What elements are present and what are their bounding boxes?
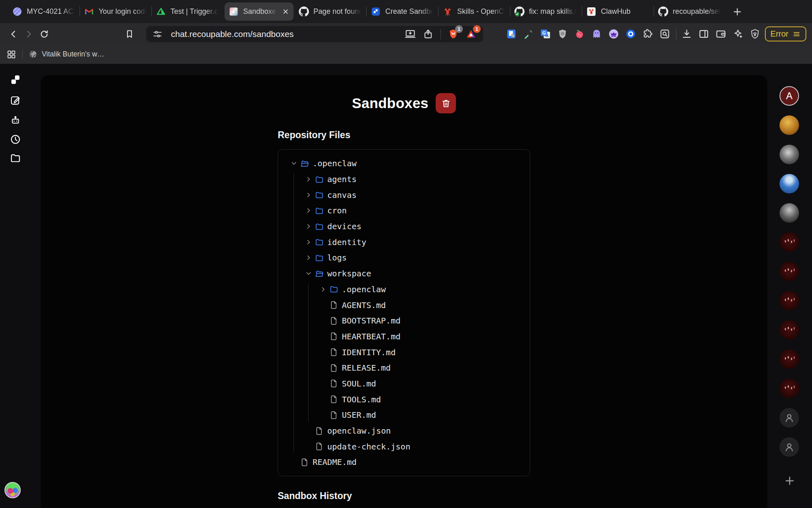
avatar-band-red[interactable] (780, 320, 799, 340)
sidebar-item-agents[interactable] (10, 115, 21, 126)
avatar-letter[interactable]: A (780, 86, 799, 106)
apps-grid-icon[interactable] (6, 50, 16, 59)
sidebar-item-files[interactable] (10, 152, 21, 164)
sidebar-panel-icon[interactable] (698, 28, 709, 39)
browser-tab-test-trigger-d[interactable]: Test | Trigger.d (152, 0, 223, 23)
tree-folder-identity[interactable]: identity (278, 234, 530, 250)
folder-icon (330, 285, 338, 293)
menu-error-button[interactable]: Error (765, 26, 806, 41)
avatar-band-red[interactable] (780, 379, 799, 398)
chevron-down-icon[interactable] (305, 270, 312, 277)
chevron-right-icon[interactable] (305, 176, 312, 183)
add-avatar-button[interactable] (784, 475, 796, 487)
file-icon (330, 301, 338, 309)
tree-file-RELEASE-md[interactable]: RELEASE.md (278, 360, 530, 376)
browser-tab-skills-opencl[interactable]: Skills - OpenCl (438, 0, 510, 23)
tree-folder--openclaw[interactable]: .openclaw (278, 156, 530, 172)
tree-file-openclaw-json[interactable]: openclaw.json (278, 423, 530, 439)
main-card: Sandboxes Repository Files .openclawagen… (41, 75, 767, 508)
tree-file-HEARTBEAT-md[interactable]: HEARTBEAT.md (278, 329, 530, 345)
blue-ring-icon[interactable] (625, 28, 636, 39)
hamburger-menu-icon (793, 30, 801, 38)
brave-shields-icon[interactable]: 1 (448, 28, 459, 39)
browser-tab-page-not-found[interactable]: Page not found (295, 0, 366, 23)
tree-folder-canvas[interactable]: canvas (278, 187, 530, 203)
tree-folder-devices[interactable]: devices (278, 219, 530, 234)
avatar-band-red[interactable] (780, 350, 799, 369)
chevron-right-icon[interactable] (305, 239, 312, 246)
sidebar-item-history[interactable] (10, 134, 21, 145)
tree-folder-agents[interactable]: agents (278, 172, 530, 187)
adblock-berry-icon[interactable] (574, 28, 585, 39)
tree-file-IDENTITY-md[interactable]: IDENTITY.md (278, 344, 530, 360)
user-profile-avatar[interactable] (4, 482, 21, 498)
avatar-photo-bw[interactable] (780, 145, 799, 164)
eyedropper-icon[interactable] (523, 28, 534, 39)
tree-file-BOOTSTRAP-md[interactable]: BOOTSTRAP.md (278, 313, 530, 329)
wallet-icon[interactable] (715, 28, 726, 39)
tree-file-TOOLS-md[interactable]: TOOLS.md (278, 391, 530, 407)
browser-tab-sandboxes[interactable]: Sandboxes (225, 2, 294, 21)
avatar-placeholder[interactable] (780, 437, 799, 457)
privacy-shield-icon[interactable] (557, 28, 568, 39)
reload-button[interactable] (37, 26, 52, 42)
browser-tab-create-sandbo[interactable]: Create Sandbo (367, 0, 438, 23)
chevron-down-icon[interactable] (290, 160, 298, 167)
browser-tab-clawhub[interactable]: ClawHub (582, 0, 654, 23)
new-tab-button[interactable] (732, 7, 743, 17)
avatar-band-red[interactable] (780, 291, 799, 310)
send-to-device-icon[interactable] (405, 28, 416, 39)
tree-file-README-md[interactable]: README.md (278, 454, 530, 470)
chevron-right-icon[interactable] (305, 191, 312, 199)
leo-ai-icon[interactable] (732, 28, 743, 39)
tree-item-label: workspace (327, 269, 371, 278)
tree-item-label: agents (327, 174, 356, 184)
browser-tab-myc-4021-acc[interactable]: MYC-4021 ACC (8, 0, 80, 23)
delete-sandboxes-button[interactable] (436, 93, 456, 113)
tree-item-label: SOUL.md (342, 379, 376, 389)
tree-file-USER-md[interactable]: USER.md (278, 407, 530, 423)
chevron-right-icon[interactable] (305, 207, 312, 214)
password-manager-icon[interactable] (506, 28, 517, 39)
crown-service-icon[interactable] (608, 28, 619, 39)
bookmark-icon[interactable] (122, 26, 137, 42)
bookmark-item[interactable]: Vitalik Buterin's w… (29, 50, 104, 59)
folder-open-icon (300, 159, 309, 168)
close-icon[interactable] (282, 8, 289, 15)
tree-file-AGENTS-md[interactable]: AGENTS.md (278, 297, 530, 313)
address-bar[interactable]: chat.recoupable.com/sandboxes 1 1 (146, 26, 483, 42)
vpn-shield-icon[interactable] (749, 28, 760, 39)
chevron-right-icon[interactable] (320, 286, 327, 293)
translate-icon[interactable]: AG (540, 28, 551, 39)
tree-folder-workspace[interactable]: workspace (278, 266, 530, 282)
avatar-photo-bw-2[interactable] (780, 203, 799, 223)
chevron-right-icon[interactable] (305, 223, 312, 230)
avatar-photo-blue[interactable] (780, 174, 799, 193)
tree-folder-cron[interactable]: cron (278, 203, 530, 219)
tree-folder--openclaw[interactable]: .openclaw (278, 282, 530, 297)
rewards-badge: 1 (473, 25, 481, 33)
browser-tab-recoupable-set[interactable]: recoupable/set (654, 0, 726, 23)
github-check-icon (514, 7, 525, 17)
browser-tab-your-login-code[interactable]: Your login code (80, 0, 151, 23)
browser-tab-fix-map-skills-s[interactable]: fix: map skills.s (510, 0, 582, 23)
downloads-icon[interactable] (681, 28, 692, 39)
avatar-band-red[interactable] (780, 262, 799, 281)
brave-rewards-icon[interactable]: 1 (466, 28, 477, 39)
tree-file-update-check-json[interactable]: update-check.json (278, 439, 530, 454)
tree-file-SOUL-md[interactable]: SOUL.md (278, 376, 530, 392)
tree-folder-logs[interactable]: logs (278, 250, 530, 266)
avatar-placeholder[interactable] (780, 408, 799, 428)
container-search-icon[interactable] (659, 28, 670, 39)
back-button[interactable] (6, 26, 21, 42)
ghostery-icon[interactable] (591, 28, 602, 39)
chevron-right-icon[interactable] (305, 254, 312, 261)
browser-actions-group (681, 28, 760, 39)
avatar-album[interactable] (780, 115, 799, 135)
site-controls-icon[interactable] (153, 29, 162, 39)
sidebar-item-new-chat[interactable] (10, 95, 21, 106)
forward-button[interactable] (21, 26, 37, 42)
avatar-band-red[interactable] (780, 232, 799, 252)
share-icon[interactable] (423, 28, 434, 39)
extensions-puzzle-icon[interactable] (642, 28, 653, 39)
